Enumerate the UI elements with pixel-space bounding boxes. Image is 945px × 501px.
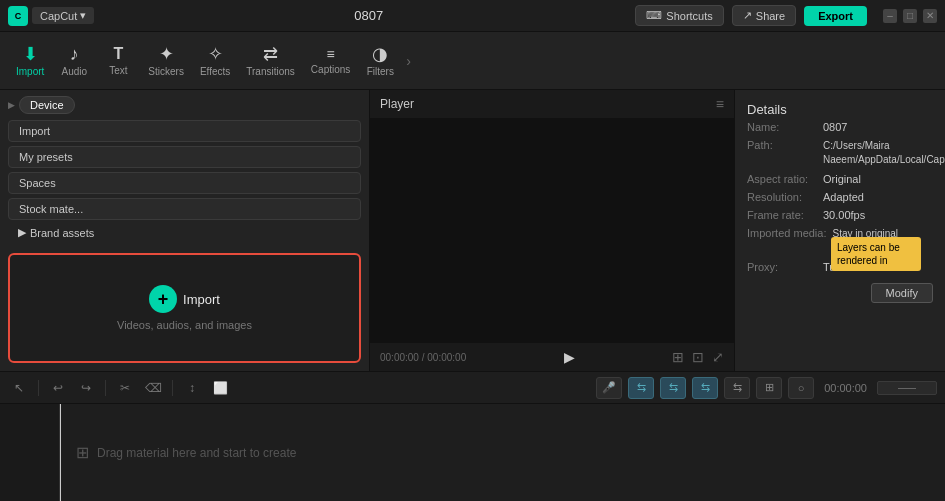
menu-button[interactable]: CapCut ▾ xyxy=(32,7,94,24)
detail-label-framerate: Frame rate: xyxy=(747,209,817,221)
title-bar-actions: ⌨ Shortcuts ↗ Share Export – □ ✕ xyxy=(635,5,937,26)
captions-label: Captions xyxy=(311,64,350,75)
timeline-content: ⊞ Drag material here and start to create xyxy=(60,404,945,501)
redo-button[interactable]: ↪ xyxy=(75,377,97,399)
tab-device[interactable]: Device xyxy=(19,96,75,114)
drag-text: Drag material here and start to create xyxy=(97,446,296,460)
detail-name: Name: 0807 xyxy=(747,121,933,133)
restore-button[interactable]: □ xyxy=(903,9,917,23)
audio-icon: ♪ xyxy=(70,45,79,63)
detail-label-aspect: Aspect ratio: xyxy=(747,173,817,185)
tool-stickers[interactable]: ✦ Stickers xyxy=(140,41,192,81)
tool-filters[interactable]: ◑ Filters xyxy=(358,41,402,81)
detail-value-framerate: 30.00fps xyxy=(823,209,933,221)
section-import[interactable]: Import xyxy=(8,120,361,142)
player-time-current: 00:00:00 / 00:00:00 xyxy=(380,352,466,363)
zoom-icon[interactable]: ⊞ xyxy=(672,349,684,365)
share-button[interactable]: ↗ Share xyxy=(732,5,796,26)
swap1-button[interactable]: ⇆ xyxy=(628,377,654,399)
select-tool[interactable]: ↖ xyxy=(8,377,30,399)
detail-framerate: Frame rate: 30.00fps xyxy=(747,209,933,221)
text-icon: T xyxy=(113,46,123,62)
detail-label-path: Path: xyxy=(747,139,817,151)
transitions-label: Transitions xyxy=(246,66,295,77)
transitions-icon: ⇄ xyxy=(263,45,278,63)
move-tool[interactable]: ↕ xyxy=(181,377,203,399)
player-icons: ⊞ ⊡ ⤢ xyxy=(672,349,724,365)
mic-button[interactable]: 🎤 xyxy=(596,377,622,399)
separator-1 xyxy=(38,380,39,396)
panel-collapse-icon[interactable]: ▶ xyxy=(8,100,15,110)
tool-captions[interactable]: ≡ Captions xyxy=(303,43,358,79)
player-panel: Player ≡ 00:00:00 / 00:00:00 ▶ ⊞ ⊡ ⤢ xyxy=(370,90,735,371)
detail-label-proxy: Proxy: xyxy=(747,261,817,273)
section-my-presets[interactable]: My presets xyxy=(8,146,361,168)
import-icon: ⬇ xyxy=(23,45,38,63)
detail-label-imported-media: Imported media: xyxy=(747,227,826,239)
grid-button[interactable]: ⊞ xyxy=(756,377,782,399)
title-bar: C CapCut ▾ 0807 ⌨ Shortcuts ↗ Share Expo… xyxy=(0,0,945,32)
toolbar-more[interactable]: › xyxy=(402,49,415,73)
player-header: Player ≡ xyxy=(370,90,734,119)
swap4-button[interactable]: ⇆ xyxy=(724,377,750,399)
section-spaces[interactable]: Spaces xyxy=(8,172,361,194)
capcut-logo: C xyxy=(8,6,28,26)
timeline-label: 00:00:00 xyxy=(820,382,871,394)
cut-tool[interactable]: ✂ xyxy=(114,377,136,399)
separator-3 xyxy=(172,380,173,396)
shortcuts-button[interactable]: ⌨ Shortcuts xyxy=(635,5,723,26)
detail-label-name: Name: xyxy=(747,121,817,133)
effects-icon: ✧ xyxy=(208,45,223,63)
section-brand-assets[interactable]: ▶ Brand assets xyxy=(8,224,361,241)
section-stock-mate[interactable]: Stock mate... xyxy=(8,198,361,220)
tool-audio[interactable]: ♪ Audio xyxy=(52,41,96,81)
right-panel-inner: Details Name: 0807 Path: C:/Users/Maira … xyxy=(747,102,933,303)
tool-text[interactable]: T Text xyxy=(96,42,140,80)
tool-import[interactable]: ⬇ Import xyxy=(8,41,52,81)
player-menu-icon[interactable]: ≡ xyxy=(716,96,724,112)
import-drop-area[interactable]: + Import Videos, audios, and images xyxy=(8,253,361,363)
details-title: Details xyxy=(747,102,933,117)
tool-effects[interactable]: ✧ Effects xyxy=(192,41,238,81)
play-button[interactable]: ▶ xyxy=(564,349,575,365)
import-plus-icon: + xyxy=(149,285,177,313)
window-title: 0807 xyxy=(102,8,635,23)
timeline-slider[interactable]: —— xyxy=(877,381,937,395)
swap2-button[interactable]: ⇆ xyxy=(660,377,686,399)
detail-value-name: 0807 xyxy=(823,121,933,133)
captions-icon: ≡ xyxy=(326,47,334,61)
audio-label: Audio xyxy=(62,66,88,77)
left-panel-header: ▶ Device xyxy=(0,90,369,120)
timeline-icons-right: 🎤 ⇆ ⇆ ⇆ ⇆ ⊞ ○ 00:00:00 —— xyxy=(596,377,937,399)
fit-icon[interactable]: ⊡ xyxy=(692,349,704,365)
undo-button[interactable]: ↩ xyxy=(47,377,69,399)
detail-value-path: C:/Users/Maira Naeem/AppData/Local/CapCu… xyxy=(823,139,945,167)
timeline-drag-area: ⊞ Drag material here and start to create xyxy=(76,443,296,462)
export-button[interactable]: Export xyxy=(804,6,867,26)
frame-tool[interactable]: ⬜ xyxy=(209,377,231,399)
import-label: Import xyxy=(16,66,44,77)
main-area: ▶ Device Import My presets Spaces Stock … xyxy=(0,90,945,371)
drag-icon: ⊞ xyxy=(76,443,89,462)
playhead[interactable] xyxy=(60,404,61,501)
import-title: Import xyxy=(183,292,220,307)
delete-tool[interactable]: ⌫ xyxy=(142,377,164,399)
import-row: + Import xyxy=(149,285,220,313)
close-button[interactable]: ✕ xyxy=(923,9,937,23)
import-subtitle: Videos, audios, and images xyxy=(117,319,252,331)
separator-2 xyxy=(105,380,106,396)
logo-area: C CapCut ▾ xyxy=(8,6,94,26)
modify-button[interactable]: Modify xyxy=(871,283,933,303)
timeline: ↖ ↩ ↪ ✂ ⌫ ↕ ⬜ 🎤 ⇆ ⇆ ⇆ ⇆ ⊞ ○ 00:00:00 —— … xyxy=(0,371,945,501)
player-title: Player xyxy=(380,97,414,111)
window-controls: – □ ✕ xyxy=(883,9,937,23)
fullscreen-icon[interactable]: ⤢ xyxy=(712,349,724,365)
swap3-button[interactable]: ⇆ xyxy=(692,377,718,399)
circle-button[interactable]: ○ xyxy=(788,377,814,399)
minimize-button[interactable]: – xyxy=(883,9,897,23)
tool-transitions[interactable]: ⇄ Transitions xyxy=(238,41,303,81)
main-toolbar: ⬇ Import ♪ Audio T Text ✦ Stickers ✧ Eff… xyxy=(0,32,945,90)
detail-path: Path: C:/Users/Maira Naeem/AppData/Local… xyxy=(747,139,933,167)
player-canvas xyxy=(370,119,734,342)
left-panel: ▶ Device Import My presets Spaces Stock … xyxy=(0,90,370,371)
